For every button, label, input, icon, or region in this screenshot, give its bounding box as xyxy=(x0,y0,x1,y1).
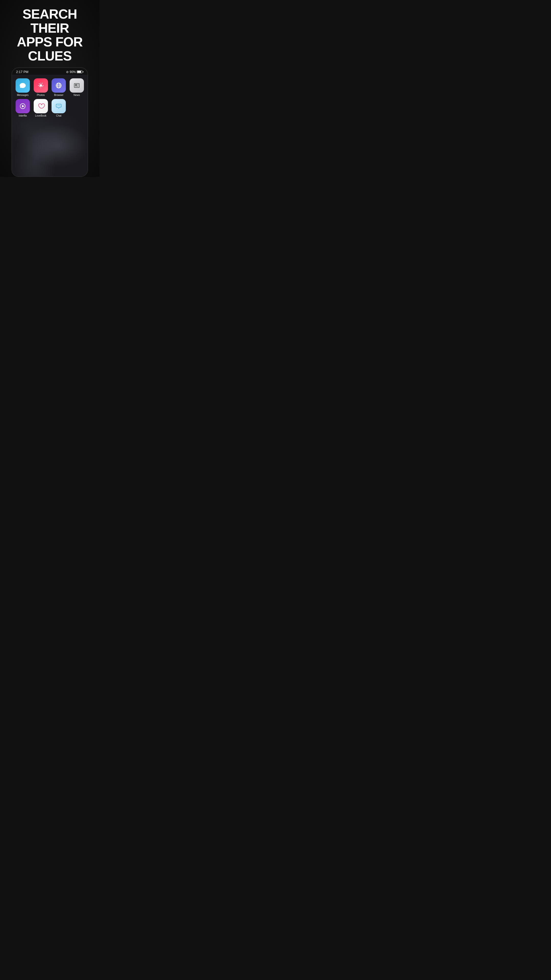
phone-content: Messages xyxy=(12,75,87,177)
news-icon xyxy=(70,78,84,93)
svg-point-21 xyxy=(57,105,58,106)
page-background: SEARCH THEIR APPS FOR CLUES 2:17 PM ⊘ 90… xyxy=(0,0,100,177)
lovebook-icon-svg xyxy=(37,102,45,110)
status-time: 2:17 PM xyxy=(16,70,28,74)
news-label: News xyxy=(73,94,80,97)
messages-icon xyxy=(16,78,30,93)
svg-point-0 xyxy=(40,84,42,87)
svg-rect-1 xyxy=(41,83,41,84)
app-lovebook[interactable]: LoveBook xyxy=(33,99,49,117)
svg-rect-15 xyxy=(75,84,77,86)
chat-icon xyxy=(52,99,66,113)
svg-rect-2 xyxy=(41,87,41,88)
messages-icon-svg xyxy=(19,81,27,89)
photos-icon-svg xyxy=(37,81,45,89)
app-browser[interactable]: Browser xyxy=(51,78,67,97)
app-messages[interactable]: Messages xyxy=(15,78,30,97)
svg-rect-7 xyxy=(41,83,43,84)
app-interflix[interactable]: Interflix xyxy=(15,99,30,117)
battery-tip xyxy=(83,71,83,73)
battery-percent: 90% xyxy=(70,70,76,74)
interflix-icon-svg xyxy=(19,102,27,110)
phone-frame: 2:17 PM ⊘ 90% xyxy=(11,67,88,177)
lovebook-label: LoveBook xyxy=(35,115,46,117)
lovebook-icon xyxy=(34,99,48,113)
svg-rect-4 xyxy=(43,85,44,86)
svg-point-22 xyxy=(59,105,59,106)
battery-fill xyxy=(77,71,81,73)
app-grid-row1: Messages xyxy=(12,75,87,99)
news-icon-svg xyxy=(73,81,81,89)
battery-body xyxy=(77,70,83,73)
photos-icon xyxy=(34,78,48,93)
svg-marker-20 xyxy=(22,105,24,107)
svg-rect-3 xyxy=(38,85,39,86)
empty-slot xyxy=(69,99,83,113)
browser-icon-svg xyxy=(55,81,63,89)
headline-section: SEARCH THEIR APPS FOR CLUES xyxy=(0,0,100,67)
chat-icon-svg xyxy=(55,102,63,110)
app-photos[interactable]: Photos xyxy=(33,78,49,97)
app-chat[interactable]: Chat xyxy=(51,99,67,117)
interflix-label: Interflix xyxy=(19,115,27,117)
browser-label: Browser xyxy=(54,94,64,97)
no-disturb-icon: ⊘ xyxy=(66,70,68,74)
headline-text: SEARCH THEIR APPS FOR CLUES xyxy=(6,7,94,63)
status-bar: 2:17 PM ⊘ 90% xyxy=(12,68,87,75)
app-news[interactable]: News xyxy=(69,78,85,97)
svg-point-23 xyxy=(59,105,60,106)
chat-label: Chat xyxy=(56,115,62,117)
photos-label: Photos xyxy=(37,94,44,97)
messages-label: Messages xyxy=(17,94,29,97)
svg-rect-6 xyxy=(42,86,43,87)
status-right: ⊘ 90% xyxy=(66,70,83,74)
interflix-icon xyxy=(16,99,30,113)
app-grid-row2: Interflix LoveBook xyxy=(12,99,87,120)
svg-rect-5 xyxy=(39,83,40,84)
battery-icon xyxy=(77,70,83,73)
browser-icon xyxy=(52,78,66,93)
